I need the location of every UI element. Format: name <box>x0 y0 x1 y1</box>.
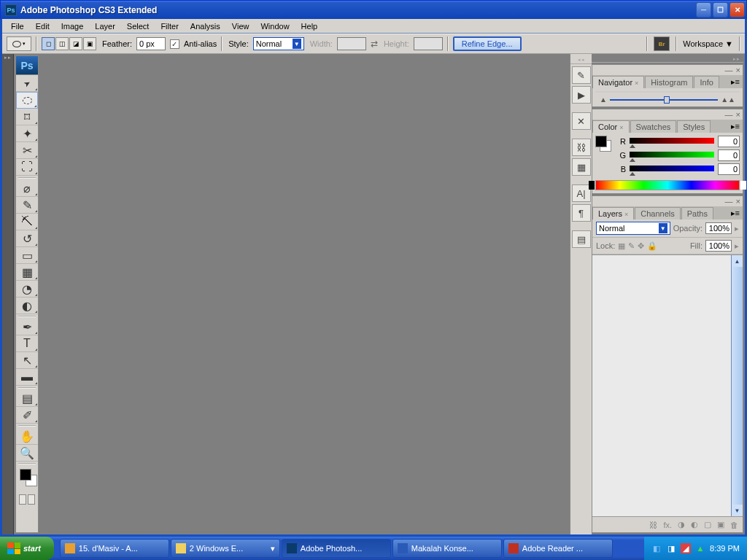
style-select[interactable]: Normal▼ <box>253 37 304 50</box>
taskbar-item-music[interactable]: 15. d'Masiv - A... <box>60 539 169 558</box>
menu-edit[interactable]: Edit <box>30 20 55 32</box>
maximize-button[interactable]: ☐ <box>713 2 728 18</box>
dock-grip-icon[interactable]: ▸▸ <box>2 54 13 61</box>
shape-tool[interactable]: ▬ <box>16 369 38 386</box>
dodge-tool[interactable]: ◐ <box>16 298 38 314</box>
height-input[interactable] <box>414 37 443 50</box>
clone-stamp-tool[interactable]: ⛏ <box>16 214 38 230</box>
color-spectrum[interactable] <box>595 180 740 190</box>
swap-wh-icon[interactable]: ⇄ <box>371 39 378 49</box>
panel-minimize-icon[interactable]: — <box>725 197 733 206</box>
blur-tool[interactable]: ◔ <box>16 281 38 298</box>
taskbar-item-word[interactable]: Makalah Konse... <box>392 539 502 558</box>
zoom-out-icon[interactable]: ▲ <box>600 96 607 104</box>
menu-layer[interactable]: Layer <box>89 20 121 32</box>
adjustment-layer-icon[interactable]: ◐ <box>691 520 698 529</box>
lock-transparent-icon[interactable]: ▦ <box>618 241 625 251</box>
panel-menu-icon[interactable]: ▸≡ <box>728 76 743 88</box>
tab-swatches[interactable]: Swatches <box>630 120 677 133</box>
notes-tool[interactable]: ▤ <box>16 390 38 407</box>
r-input[interactable] <box>718 136 740 147</box>
selection-intersect-button[interactable]: ▣ <box>83 37 96 50</box>
character-panel-icon[interactable]: A| <box>572 184 591 202</box>
b-slider[interactable] <box>630 166 714 173</box>
ps-logo-icon[interactable]: Ps <box>16 56 38 75</box>
taskbar-item-acrobat[interactable]: Adobe Reader ... <box>503 539 613 558</box>
link-layers-icon[interactable]: ⛓ <box>649 521 657 529</box>
scroll-down-icon[interactable]: ▼ <box>732 505 743 516</box>
navigator-preview[interactable] <box>595 91 740 93</box>
lock-paint-icon[interactable]: ✎ <box>628 241 635 251</box>
clock[interactable]: 8:39 PM <box>710 544 740 553</box>
tab-paths[interactable]: Paths <box>681 207 713 219</box>
zoom-slider[interactable] <box>610 99 718 101</box>
crop-tool[interactable]: ✂ <box>16 142 38 159</box>
antialias-checkbox[interactable]: ✓ <box>170 39 179 49</box>
panel-close-icon[interactable]: × <box>736 66 740 74</box>
path-selection-tool[interactable]: ↖ <box>16 352 38 369</box>
tray-avira-icon[interactable]: ◢ <box>681 543 691 553</box>
close-button[interactable]: ✕ <box>729 2 745 18</box>
tab-navigator[interactable]: Navigator× <box>592 76 644 88</box>
panel-menu-icon[interactable]: ▸≡ <box>728 120 743 133</box>
brush-preset-panel-icon[interactable]: ▦ <box>572 158 591 176</box>
panel-minimize-icon[interactable]: — <box>725 66 733 74</box>
tab-channels[interactable]: Channels <box>635 207 680 219</box>
taskbar-item-explorer[interactable]: 2 Windows E...▾ <box>171 539 280 558</box>
layer-mask-icon[interactable]: ◑ <box>678 520 685 529</box>
minimize-button[interactable]: ─ <box>696 2 711 18</box>
tab-styles[interactable]: Styles <box>677 120 711 133</box>
workspace-menu[interactable]: Workspace ▼ <box>683 39 733 48</box>
layer-comps-panel-icon[interactable]: ▤ <box>572 230 591 248</box>
scrollbar[interactable]: ▲ ▼ <box>731 255 743 516</box>
fill-input[interactable] <box>705 240 732 252</box>
scroll-up-icon[interactable]: ▲ <box>732 255 743 267</box>
opacity-flyout-icon[interactable]: ▸ <box>735 224 739 233</box>
layer-fx-icon[interactable]: fx. <box>663 521 672 529</box>
menu-window[interactable]: Window <box>255 20 295 32</box>
lock-all-icon[interactable]: 🔒 <box>647 241 657 251</box>
menu-view[interactable]: View <box>226 20 255 32</box>
panel-minimize-icon[interactable]: — <box>725 110 733 119</box>
eraser-tool[interactable]: ▭ <box>16 247 38 264</box>
eyedropper-tool[interactable]: ✐ <box>16 407 38 424</box>
delete-layer-icon[interactable]: 🗑 <box>730 521 738 529</box>
history-brush-tool[interactable]: ↺ <box>16 230 38 247</box>
tray-volume-icon[interactable]: ◨ <box>666 543 676 553</box>
panel-menu-icon[interactable]: ▸≡ <box>728 207 743 219</box>
refine-edge-button[interactable]: Refine Edge... <box>453 36 522 51</box>
tab-info[interactable]: Info <box>694 76 719 88</box>
panel-close-icon[interactable]: × <box>736 110 740 119</box>
type-tool[interactable]: T <box>16 335 38 352</box>
layer-list[interactable]: ▲ ▼ <box>592 254 743 516</box>
lasso-tool[interactable]: ⌑ <box>16 109 38 125</box>
opacity-input[interactable] <box>705 222 732 234</box>
g-slider[interactable] <box>630 152 714 159</box>
slice-tool[interactable]: ⛶ <box>16 159 38 176</box>
zoom-in-icon[interactable]: ▲▲ <box>721 96 735 104</box>
tab-histogram[interactable]: Histogram <box>645 76 693 88</box>
blend-mode-select[interactable]: Normal▼ <box>596 222 670 235</box>
tab-color[interactable]: Color× <box>592 120 630 133</box>
g-input[interactable] <box>718 149 740 161</box>
tool-preset-picker[interactable]: ▾ <box>7 36 31 51</box>
fill-flyout-icon[interactable]: ▸ <box>735 241 739 251</box>
clone-source-panel-icon[interactable]: ⛓ <box>572 139 591 156</box>
menu-select[interactable]: Select <box>121 20 155 32</box>
brush-panel-icon[interactable]: ✎ <box>572 66 591 84</box>
gradient-tool[interactable]: ▦ <box>16 264 38 281</box>
start-button[interactable]: start <box>0 537 54 560</box>
bridge-button[interactable]: Br <box>654 36 670 51</box>
color-fg-bg-swatch[interactable] <box>595 136 613 153</box>
menu-image[interactable]: Image <box>55 20 90 32</box>
quick-selection-tool[interactable]: ✦ <box>16 125 38 142</box>
elliptical-marquee-tool[interactable] <box>16 92 38 109</box>
spot-healing-tool[interactable]: ⌀ <box>16 180 38 197</box>
foreground-color-swatch[interactable] <box>20 469 31 481</box>
selection-add-button[interactable]: ◫ <box>55 37 69 50</box>
new-layer-icon[interactable]: ▣ <box>717 520 724 529</box>
tool-presets-panel-icon[interactable]: ▶ <box>572 86 591 104</box>
quick-mask-button[interactable] <box>28 494 35 505</box>
taskbar-item-photoshop[interactable]: Adobe Photosh... <box>282 539 391 558</box>
menu-analysis[interactable]: Analysis <box>185 20 226 32</box>
